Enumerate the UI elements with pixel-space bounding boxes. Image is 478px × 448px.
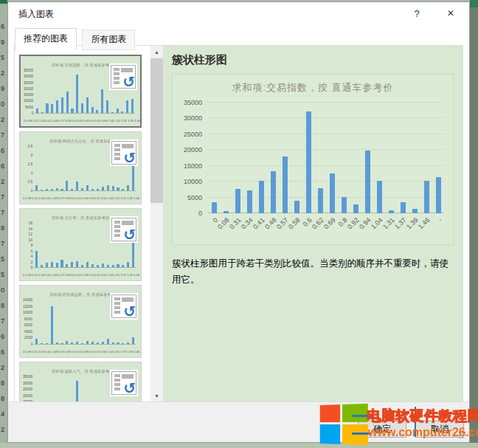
chart-thumbnail[interactable]: 求和项:点击率，按 直通车参考价 1614121086420 0 0.08 0.… (19, 208, 142, 281)
scrollbar-down-icon[interactable]: ▼ (150, 390, 163, 402)
chart-bar (318, 188, 323, 213)
thumb-chart-bar (127, 342, 129, 344)
thumb-chart-bar (126, 100, 128, 113)
chart-bar (259, 181, 264, 213)
bar-slot (314, 103, 326, 213)
scrollbar-thumb[interactable] (150, 58, 163, 203)
thumb-chart-bar (46, 343, 48, 344)
thumb-bar-slot (95, 224, 100, 267)
bar-slot (350, 103, 361, 213)
chart-bar (365, 151, 370, 213)
thumb-bar-slot (64, 224, 69, 267)
thumb-y-tick: 6 (30, 249, 32, 252)
thumb-bar-slot (64, 300, 69, 344)
thumb-chart-bar (66, 92, 69, 113)
bar-slot (255, 103, 267, 213)
help-icon[interactable]: ? (406, 5, 428, 22)
thumb-bar-slot (55, 224, 60, 267)
scrollbar[interactable]: ▲ ▼ (150, 46, 163, 402)
thumb-y-tick: 25000 (24, 80, 33, 84)
thumb-y-tick: 0 (31, 111, 33, 115)
chart-bar (271, 171, 276, 213)
resize-grip[interactable] (458, 431, 465, 438)
thumb-chart-bar (96, 110, 98, 113)
thumb-y-tick: 12000 (23, 304, 32, 308)
thumb-chart-bar (81, 188, 83, 190)
background-spreadsheet-bottom (0, 443, 478, 448)
thumb-chart-bar (111, 112, 114, 113)
x-tick: 0.08 (220, 213, 232, 244)
x-tick: 0.8 (338, 213, 350, 244)
tab-all-charts[interactable]: 所有图表 (82, 30, 135, 50)
chart-thumbnail[interactable]: 求和项:在线商品数，按 直通车参考 1400012000100008000600… (19, 285, 142, 358)
thumb-chart-bar (61, 97, 63, 113)
thumb-bar-slot (85, 300, 90, 344)
tab-recommended-charts[interactable]: 推荐的图表 (15, 28, 77, 50)
thumb-chart-bar (56, 263, 58, 267)
thumb-chart-bar (51, 306, 53, 344)
x-tick: 0.41 (255, 213, 267, 244)
insert-chart-dialog: 插入图表 ? ✕ 推荐的图表 所有图表 求和项:交易指数，按 直通车参考 350… (7, 1, 470, 443)
chart-bar (342, 197, 347, 213)
close-icon[interactable]: ✕ (440, 5, 462, 22)
chart-title: 求和项:交易指数，按 直通车参考价 (173, 81, 453, 94)
x-axis-labels: 00.080.310.340.410.480.570.580.60.620.69… (208, 213, 444, 244)
thumb-bar-slot (105, 147, 111, 190)
thumb-bar-slot (35, 71, 40, 113)
chart-thumbnail[interactable]: 求和项:商城点击占比，按 直通车参 2.521.510.50 0 0.08 0.… (19, 131, 142, 204)
thumb-chart-bar (107, 265, 109, 267)
thumb-chart-bar (86, 185, 89, 190)
chart-thumbnail[interactable]: 求和项:交易指数，按 直通车参考 35000300002500020000150… (19, 55, 142, 128)
thumb-chart-bar (76, 75, 78, 113)
chart-thumbnail[interactable]: 求和项:搜索人气，按 直通车参考 35000300002500020000150… (19, 362, 142, 403)
thumb-chart-bar (35, 185, 38, 190)
x-tick: 1.46 (420, 213, 432, 244)
thumb-y-tick: 1.5 (27, 162, 32, 166)
thumb-y-tick: 2 (30, 260, 32, 263)
thumb-bar-slot (39, 377, 44, 403)
bar-slot (338, 103, 350, 213)
thumb-chart-bar (102, 263, 104, 267)
thumb-chart-bar (66, 264, 68, 267)
thumb-chart-bar (76, 261, 78, 267)
ok-button[interactable]: 确定 (358, 421, 406, 438)
background-spreadsheet-left: 6 9 5 2 9 0 2 7 6 6 2 7 7 8 7 5 5 0 8 7 … (0, 0, 7, 448)
chart-bar (283, 156, 288, 213)
chart-bar (212, 202, 217, 213)
thumb-y-tick: 1 (30, 171, 32, 175)
thumb-bar-slot (34, 147, 39, 190)
thumb-chart-bar (97, 189, 99, 190)
thumb-bar-slot (90, 300, 95, 344)
x-tick: 0.92 (350, 213, 361, 244)
bar-slot (420, 103, 432, 213)
thumb-y-tick: 4000 (24, 330, 32, 334)
chart-type-description: 簇状柱形图用于跨若干类别比较值。当类别的顺序并不重要时，请使用它。 (172, 256, 454, 289)
thumb-chart-bar (117, 264, 119, 267)
cancel-button[interactable]: 取消 (415, 421, 464, 438)
bar-slot (267, 103, 279, 213)
bar-slot (279, 103, 291, 213)
chart-bar (330, 173, 335, 213)
thumbnail-y-axis: 14000120001000080006000400020000 (21, 300, 32, 345)
thumb-chart-bar (122, 343, 124, 344)
y-tick-label: 15000 (184, 162, 202, 170)
thumb-bar-slot (64, 377, 69, 403)
thumb-bar-slot (60, 71, 65, 113)
thumb-bar-slot (64, 147, 69, 190)
chart-bar (401, 202, 406, 213)
chart-bar (294, 201, 299, 213)
thumb-chart-bar (102, 187, 104, 190)
thumb-y-tick: 2 (30, 154, 32, 157)
thumb-bar-slot (60, 224, 65, 267)
bar-slot (361, 103, 373, 213)
thumb-y-tick: 15000 (24, 93, 33, 97)
thumb-bar-slot (100, 300, 105, 344)
thumb-bar-slot (85, 224, 90, 267)
thumb-bar-slot (55, 377, 60, 403)
thumb-chart-bar (117, 342, 119, 344)
scrollbar-up-icon[interactable]: ▲ (150, 46, 163, 58)
bars (208, 103, 444, 213)
thumb-y-tick: 10000 (23, 311, 32, 314)
x-tick: 1.39 (409, 213, 420, 244)
thumb-bar-slot (100, 224, 105, 267)
